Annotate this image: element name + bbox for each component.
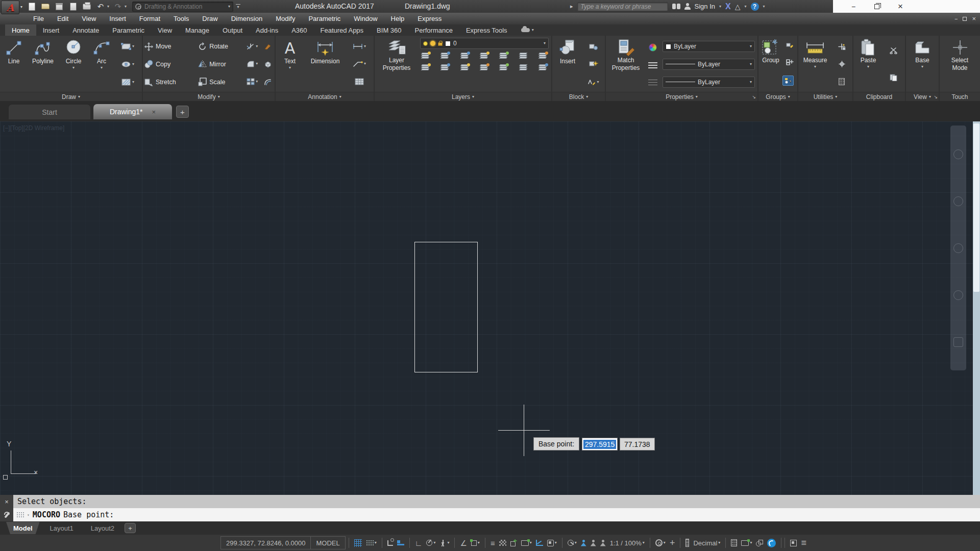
ribbon-tab-parametric[interactable]: Parametric: [106, 24, 151, 36]
ribbon-tab-a360[interactable]: A360: [285, 24, 313, 36]
redo-button[interactable]: ↷: [113, 2, 123, 11]
new-drawing-tab-button[interactable]: +: [176, 106, 189, 118]
ucs-x-axis[interactable]: [11, 473, 36, 474]
layer-off-button[interactable]: [459, 51, 471, 61]
recent-commands-caret-icon[interactable]: ▾: [27, 513, 30, 517]
infocenter-expand-icon[interactable]: ▸: [570, 3, 573, 10]
annotation-scale-button[interactable]: 1:1 / 100%▾: [610, 539, 645, 547]
connect-cloud-button[interactable]: ▾: [521, 24, 534, 36]
dynamic-input-y-field[interactable]: 77.1738: [620, 438, 655, 450]
isodraft-caret-icon[interactable]: ▾: [447, 541, 449, 545]
a360-caret-icon[interactable]: ▾: [744, 5, 746, 9]
panel-label-properties[interactable]: Properties▾: [606, 92, 757, 101]
hardware-acceleration-button[interactable]: [767, 539, 776, 547]
layer-walk-button[interactable]: [459, 62, 471, 72]
sign-in-caret-icon[interactable]: ▾: [719, 5, 721, 9]
leader-caret-icon[interactable]: ▾: [364, 62, 366, 66]
menu-file[interactable]: File: [27, 13, 51, 24]
object-snap-toggle[interactable]: ▾: [471, 540, 480, 546]
ribbon-tab-insert[interactable]: Insert: [36, 24, 66, 36]
units-dropdown[interactable]: Decimal▾: [693, 539, 720, 547]
infer-constraints-toggle[interactable]: [387, 540, 393, 546]
scale-button[interactable]: Scale: [198, 78, 242, 86]
linetype-list-button[interactable]: [645, 80, 660, 85]
ribbon-tab-manage[interactable]: Manage: [179, 24, 216, 36]
create-block-button[interactable]: [582, 43, 604, 50]
new-file-button[interactable]: [27, 2, 37, 11]
polar-caret-icon[interactable]: ▾: [433, 541, 435, 545]
model-space-button[interactable]: MODEL: [310, 537, 345, 549]
filter-caret-icon[interactable]: ▾: [555, 541, 557, 545]
ungroup-button[interactable]: [782, 43, 797, 49]
doc-minimize-button[interactable]: −: [954, 16, 958, 22]
view-launcher-icon[interactable]: ↘: [934, 94, 938, 99]
layer-make-current-button[interactable]: [420, 62, 431, 72]
showmotion-icon[interactable]: [953, 337, 963, 347]
match-properties-button[interactable]: Match Properties: [606, 37, 645, 92]
panel-label-clipboard[interactable]: Clipboard: [853, 92, 905, 101]
ribbon-tab-output[interactable]: Output: [216, 24, 249, 36]
ribbon-tab-performance[interactable]: Performance: [408, 24, 459, 36]
layer-match-button[interactable]: [537, 51, 549, 61]
grid-display-toggle[interactable]: [354, 539, 362, 547]
ellipse-caret-icon[interactable]: ▾: [132, 62, 134, 66]
search-binoculars-icon[interactable]: [672, 4, 680, 9]
ellipse-button[interactable]: ▾: [115, 61, 140, 68]
menu-express[interactable]: Express: [411, 13, 448, 24]
table-button[interactable]: [347, 78, 372, 85]
ribbon-tab-annotate[interactable]: Annotate: [66, 24, 106, 36]
snap-mode-toggle[interactable]: ▾: [366, 540, 377, 546]
minimize-button[interactable]: −: [842, 0, 865, 13]
point-style-button[interactable]: [831, 43, 852, 50]
quick-calculator-button[interactable]: [831, 78, 852, 85]
save-button[interactable]: [54, 2, 64, 11]
cut-button[interactable]: [883, 47, 904, 54]
object-color-dropdown[interactable]: ByLayer ▾: [663, 41, 755, 52]
panel-label-utilities[interactable]: Utilities▾: [798, 92, 852, 101]
attributes-caret-icon[interactable]: ▾: [597, 80, 599, 84]
layer-states-button[interactable]: [537, 62, 549, 72]
close-button[interactable]: ×: [889, 0, 912, 13]
annotation-visibility-toggle[interactable]: [581, 540, 586, 546]
base-caret-icon[interactable]: ▾: [921, 65, 923, 69]
zoom-icon[interactable]: [953, 243, 963, 253]
paste-button[interactable]: Paste ▾: [854, 37, 883, 92]
scrollbar-thumb[interactable]: [973, 123, 979, 292]
group-button[interactable]: Group: [759, 37, 782, 92]
pan-icon[interactable]: [953, 196, 963, 206]
a360-icon[interactable]: △: [735, 3, 741, 11]
properties-launcher-icon[interactable]: ↘: [752, 94, 756, 99]
leader-button[interactable]: ▾: [347, 61, 372, 67]
circle-button[interactable]: Circle ▾: [59, 37, 88, 92]
polar-tracking-toggle[interactable]: ▾: [426, 540, 435, 546]
layer-isolate-button[interactable]: [420, 51, 431, 61]
file-tab-start[interactable]: Start: [8, 104, 91, 119]
autocad-logo-button[interactable]: A: [1, 1, 19, 14]
clean-screen-button[interactable]: [790, 540, 797, 546]
arc-button[interactable]: Arc ▾: [88, 37, 115, 92]
layout-tab-model[interactable]: Model: [6, 522, 40, 534]
ribbon-tab-view[interactable]: View: [151, 24, 179, 36]
ucs-origin-grip[interactable]: [3, 475, 8, 480]
tab-close-icon[interactable]: ×: [152, 108, 156, 116]
mirror-button[interactable]: Mirror: [198, 60, 242, 68]
layer-merge-button[interactable]: [498, 62, 509, 72]
fillet-button[interactable]: ▾: [243, 61, 261, 67]
menu-view[interactable]: View: [75, 13, 103, 24]
rectangle-button[interactable]: ▾: [115, 43, 140, 50]
command-close-icon[interactable]: ×: [5, 498, 9, 506]
stretch-button[interactable]: Stretch: [144, 78, 196, 86]
isometric-drafting-toggle[interactable]: ▾: [439, 540, 449, 546]
layer-thaw-all-button[interactable]: [479, 51, 490, 61]
transparency-toggle[interactable]: [499, 540, 506, 546]
base-button[interactable]: Base ▾: [908, 37, 937, 92]
open-file-button[interactable]: [40, 2, 51, 11]
drawn-rectangle[interactable]: [414, 242, 478, 372]
save-as-button[interactable]: [68, 2, 78, 11]
offset-button[interactable]: [261, 79, 274, 86]
panel-label-block[interactable]: Block▾: [552, 92, 605, 101]
dimension-button[interactable]: Dimension: [304, 37, 347, 92]
paste-caret-icon[interactable]: ▾: [867, 65, 869, 69]
annotation-scale-sync-toggle[interactable]: [600, 540, 606, 546]
layout-tab-layout2[interactable]: Layout2: [84, 522, 121, 534]
